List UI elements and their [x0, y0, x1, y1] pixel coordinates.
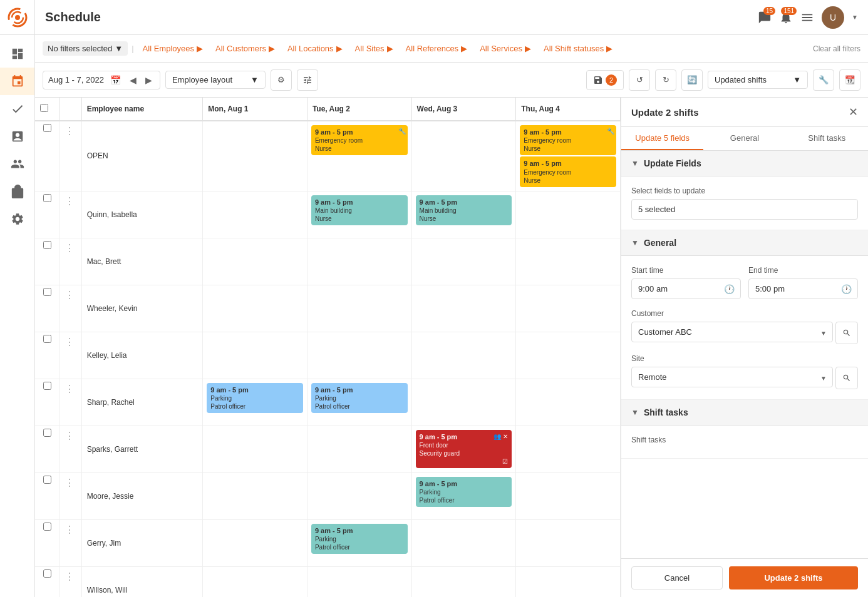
sidebar-item-reports[interactable]: [0, 123, 34, 150]
row-menu-icon[interactable]: ⋮: [62, 571, 77, 583]
row-checkbox[interactable]: [43, 523, 51, 531]
update-shifts-button[interactable]: Update 2 shifts: [729, 566, 858, 589]
tab-shift-tasks[interactable]: Shift tasks: [786, 127, 868, 150]
shift-cell-moore-wed: 9 am - 5 pm Parking Patrol officer: [411, 472, 516, 519]
sidebar-item-tasks[interactable]: [0, 95, 34, 123]
row-checkbox[interactable]: [43, 476, 51, 484]
filterbar: No filters selected ▼ | All Employees ▶ …: [35, 35, 868, 63]
shift-block[interactable]: 9 am - 5 pm Parking Patrol officer: [207, 383, 303, 413]
shift-block[interactable]: 9 am - 5 pm Main building Nurse: [311, 195, 408, 225]
shift-cell-open-mon: [203, 121, 307, 191]
row-checkbox[interactable]: [43, 382, 51, 390]
panel-close-button[interactable]: ✕: [849, 105, 858, 119]
row-checkbox[interactable]: [43, 569, 51, 578]
site-search-button[interactable]: [835, 367, 858, 389]
row-checkbox[interactable]: [43, 335, 51, 343]
shift-block[interactable]: 9 am - 5 pm Main building Nurse: [416, 195, 512, 225]
panel-body: ▼ Update Fields Select fields to update …: [621, 151, 868, 558]
layout-select[interactable]: Employee layout ▼: [165, 71, 266, 89]
avatar-chevron[interactable]: ▼: [852, 14, 858, 21]
sidebar: [0, 0, 35, 597]
row-menu-icon[interactable]: ⋮: [62, 430, 77, 442]
row-checkbox[interactable]: [43, 124, 51, 132]
calendar-icon-btn[interactable]: 📅: [108, 74, 123, 86]
shift-block[interactable]: 9 am - 5 pm 👥 ✕ Front door Security guar…: [416, 430, 512, 468]
row-checkbox[interactable]: [43, 429, 51, 437]
shift-cell-sharp-tue: 9 am - 5 pm Parking Patrol officer: [307, 379, 411, 426]
wrench-button[interactable]: 🔧: [813, 69, 834, 91]
section-shift-tasks-header[interactable]: ▼ Shift tasks: [621, 400, 868, 426]
start-time-label: Start time: [631, 266, 741, 275]
shift-block[interactable]: 9 am - 5 pm Parking Patrol officer: [311, 524, 408, 554]
avatar[interactable]: U: [822, 6, 844, 29]
row-menu-icon[interactable]: ⋮: [62, 195, 77, 207]
shift-block[interactable]: 9 am - 5 pm Emergency room Nurse 🔧: [520, 125, 616, 155]
section-general-header[interactable]: ▼ General: [621, 230, 868, 256]
end-time-group: End time 🕐: [748, 266, 858, 299]
layout-settings-button[interactable]: ⚙: [271, 69, 292, 91]
row-menu-icon[interactable]: ⋮: [62, 524, 77, 536]
no-filter-button[interactable]: No filters selected ▼: [43, 41, 128, 56]
sidebar-item-employees[interactable]: [0, 150, 34, 178]
shift-block[interactable]: 9 am - 5 pm Emergency room Nurse: [520, 156, 616, 186]
sidebar-item-jobs[interactable]: [0, 178, 34, 205]
row-checkbox[interactable]: [43, 241, 51, 249]
filter-shift-statuses[interactable]: All Shift statuses ▶: [539, 41, 617, 56]
redo-button[interactable]: ↻: [655, 69, 676, 91]
panel-footer: Cancel Update 2 shifts: [621, 558, 868, 597]
col-mon: Mon, Aug 1: [203, 98, 307, 121]
row-menu-icon[interactable]: ⋮: [62, 289, 77, 301]
undo-button[interactable]: ↺: [629, 69, 650, 91]
row-menu-icon[interactable]: ⋮: [62, 125, 77, 137]
select-fields-dropdown[interactable]: 5 selected: [631, 199, 858, 220]
prev-week-button[interactable]: ◀: [127, 74, 139, 86]
tab-update-5-fields[interactable]: Update 5 fields: [621, 127, 703, 150]
select-all-checkbox[interactable]: [40, 104, 48, 112]
menu-button[interactable]: [800, 11, 814, 24]
updated-shifts-select[interactable]: Updated shifts ▼: [708, 71, 808, 89]
filter-employees[interactable]: All Employees ▶: [138, 41, 208, 56]
customer-search-button[interactable]: [835, 322, 858, 344]
clear-filters-button[interactable]: Clear all filters: [813, 44, 860, 53]
messages-button[interactable]: 15: [758, 11, 772, 24]
row-menu-icon[interactable]: ⋮: [62, 383, 77, 395]
row-checkbox[interactable]: [43, 288, 51, 296]
section-update-fields-header[interactable]: ▼ Update Fields: [621, 151, 868, 176]
collapse-icon: ▼: [631, 408, 639, 417]
filter-settings-button[interactable]: [297, 69, 318, 91]
table-row: ⋮ Wheeler, Kevin: [35, 285, 621, 332]
site-select[interactable]: Remote: [631, 367, 833, 387]
customer-field-group: Customer ABC ▼: [631, 322, 858, 344]
save-button[interactable]: 2: [586, 70, 624, 90]
calendar-view-button[interactable]: 📆: [839, 69, 860, 91]
filter-sites[interactable]: All Sites ▶: [350, 41, 398, 56]
messages-badge: 15: [763, 7, 775, 15]
shift-block[interactable]: 9 am - 5 pm Emergency room Nurse 🔧: [311, 125, 408, 155]
refresh-button[interactable]: 🔄: [681, 69, 703, 91]
customer-select[interactable]: Customer ABC: [631, 322, 833, 342]
collapse-icon: ▼: [631, 159, 639, 168]
row-checkbox[interactable]: [43, 194, 51, 202]
shift-block[interactable]: 9 am - 5 pm Parking Patrol officer: [311, 383, 408, 413]
svg-point-2: [15, 15, 20, 20]
filter-customers[interactable]: All Customers ▶: [210, 41, 280, 56]
filter-locations[interactable]: All Locations ▶: [282, 41, 348, 56]
collapse-icon: ▼: [631, 238, 639, 247]
sidebar-item-schedule[interactable]: [0, 68, 34, 95]
sidebar-item-dashboard[interactable]: [0, 40, 34, 68]
row-menu-icon[interactable]: ⋮: [62, 242, 77, 254]
col-tue: Tue, Aug 2: [307, 98, 411, 121]
filter-references[interactable]: All References ▶: [401, 41, 473, 56]
row-menu-icon[interactable]: ⋮: [62, 336, 77, 348]
filter-services[interactable]: All Services ▶: [475, 41, 536, 56]
cancel-button[interactable]: Cancel: [631, 566, 723, 589]
sidebar-item-settings[interactable]: [0, 205, 34, 233]
section-general-title: General: [644, 238, 676, 248]
notifications-button[interactable]: 151: [779, 11, 793, 24]
row-menu-icon[interactable]: ⋮: [62, 477, 77, 489]
tab-general[interactable]: General: [703, 127, 785, 150]
next-week-button[interactable]: ▶: [143, 74, 155, 86]
table-row: ⋮ Willson, Will: [35, 566, 621, 597]
table-row: ⋮ Kelley, Lelia: [35, 332, 621, 379]
shift-block[interactable]: 9 am - 5 pm Parking Patrol officer: [416, 477, 512, 507]
